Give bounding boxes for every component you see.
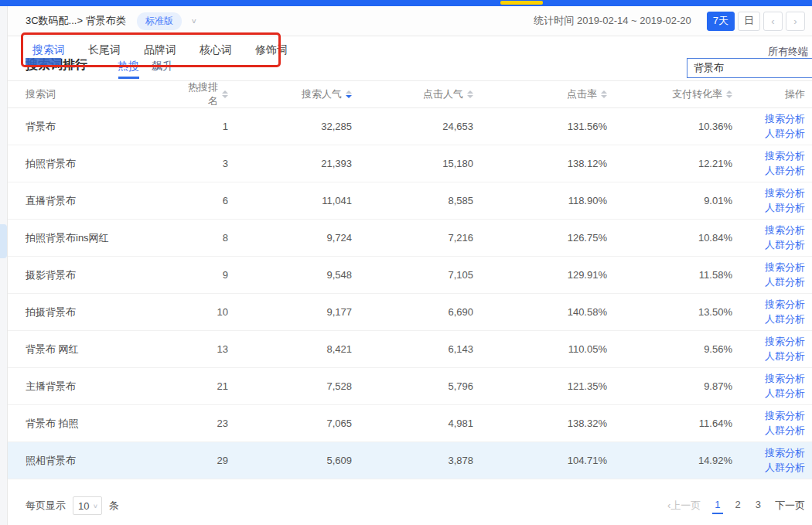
- sort-icon[interactable]: [601, 90, 607, 98]
- chevron-down-icon: ∨: [93, 503, 98, 510]
- audience-analysis-link[interactable]: 人群分析: [765, 202, 805, 214]
- cell-click-popularity: 6,690: [352, 306, 473, 318]
- column-header[interactable]: 搜索词: [26, 87, 180, 101]
- table-row[interactable]: 摄影背景布 9 9,548 7,105 129.91% 11.58% 搜索分析 …: [8, 257, 812, 294]
- cell-keyword: 直播背景布: [26, 194, 180, 208]
- table-row[interactable]: 背景布 1 32,285 24,653 131.56% 10.36% 搜索分析 …: [8, 108, 812, 145]
- cell-click-rate: 129.91%: [473, 269, 607, 281]
- search-analysis-link[interactable]: 搜索分析: [765, 373, 805, 385]
- audience-analysis-link[interactable]: 人群分析: [765, 424, 805, 437]
- pagination: ‹上一页 123 下一页: [667, 498, 805, 514]
- cell-click-popularity: 4,981: [352, 418, 473, 429]
- audience-analysis-link[interactable]: 人群分析: [765, 387, 805, 400]
- table-footer: 每页显示 10 ∨ 条 ‹上一页 123 下一页: [8, 494, 812, 517]
- breadcrumb[interactable]: 3C数码配...> 背景布类: [26, 14, 126, 28]
- table-row[interactable]: 拍照背景布 3 21,393 15,180 138.12% 12.21% 搜索分…: [8, 145, 812, 182]
- cell-click-popularity: 8,585: [352, 195, 473, 206]
- ranking-subtabs: 热搜飙升: [118, 60, 173, 73]
- cell-search-popularity: 9,548: [228, 269, 352, 281]
- cell-click-popularity: 7,216: [352, 232, 473, 244]
- page-size-control: 每页显示 10 ∨ 条: [26, 496, 119, 515]
- search-analysis-link[interactable]: 搜索分析: [765, 336, 805, 348]
- column-header[interactable]: 支付转化率: [607, 87, 732, 101]
- cell-click-rate: 110.05%: [473, 343, 607, 355]
- range-7d-button[interactable]: 7天: [707, 12, 735, 31]
- cell-keyword: 主播背景布: [26, 380, 180, 394]
- sort-icon[interactable]: [346, 90, 352, 98]
- table-row[interactable]: 背景布 网红 13 8,421 6,143 110.05% 9.56% 搜索分析…: [8, 331, 812, 368]
- column-label: 搜索词: [26, 87, 56, 101]
- stat-time-label: 统计时间 2019-02-14 ~ 2019-02-20: [534, 14, 691, 28]
- sidebar-expand-handle[interactable]: [0, 224, 7, 258]
- word-type-tab[interactable]: 核心词: [200, 43, 232, 57]
- sort-icon[interactable]: [222, 90, 228, 98]
- cell-pay-conversion: 9.87%: [607, 380, 732, 392]
- word-type-tab[interactable]: 品牌词: [144, 43, 176, 57]
- word-type-tab[interactable]: 长尾词: [88, 43, 121, 57]
- search-analysis-link[interactable]: 搜索分析: [765, 113, 805, 125]
- search-analysis-link[interactable]: 搜索分析: [765, 298, 805, 311]
- terminal-filter-label: 所有终端: [768, 45, 808, 59]
- cell-search-popularity: 7,065: [228, 418, 352, 429]
- page-number[interactable]: 2: [733, 498, 743, 514]
- next-period-button[interactable]: ›: [786, 12, 805, 31]
- prev-page-button[interactable]: ‹上一页: [667, 499, 701, 513]
- search-analysis-link[interactable]: 搜索分析: [765, 410, 805, 422]
- collapsed-sidebar: [0, 6, 8, 525]
- page-number[interactable]: 1: [712, 498, 722, 514]
- page-numbers: 123: [712, 498, 763, 514]
- audience-analysis-link[interactable]: 人群分析: [765, 276, 805, 288]
- cell-click-rate: 131.56%: [473, 121, 607, 132]
- column-header[interactable]: 热搜排名: [180, 80, 228, 108]
- sort-icon[interactable]: [467, 90, 473, 98]
- word-type-tab[interactable]: 修饰词: [255, 43, 288, 57]
- cell-pay-conversion: 12.21%: [607, 158, 732, 169]
- prev-period-button[interactable]: ‹: [763, 12, 783, 31]
- cell-pay-conversion: 11.64%: [607, 418, 732, 429]
- page-number[interactable]: 3: [753, 498, 763, 514]
- cell-keyword: 背景布 网红: [26, 343, 180, 356]
- text-selection-highlight: [26, 58, 61, 67]
- search-analysis-link[interactable]: 搜索分析: [765, 224, 805, 237]
- cell-pay-conversion: 10.84%: [607, 232, 732, 244]
- table-row[interactable]: 主播背景布 21 7,528 5,796 121.35% 9.87% 搜索分析 …: [8, 368, 812, 405]
- audience-analysis-link[interactable]: 人群分析: [765, 165, 805, 177]
- audience-analysis-link[interactable]: 人群分析: [765, 239, 805, 251]
- cell-actions: 搜索分析 人群分析: [732, 150, 805, 177]
- audience-analysis-link[interactable]: 人群分析: [765, 313, 805, 326]
- column-header[interactable]: 点击率: [473, 87, 607, 101]
- cell-rank: 13: [180, 343, 228, 355]
- audience-analysis-link[interactable]: 人群分析: [765, 462, 805, 474]
- page-size-unit: 条: [109, 499, 119, 513]
- cell-actions: 搜索分析 人群分析: [732, 447, 805, 474]
- search-analysis-link[interactable]: 搜索分析: [765, 447, 805, 459]
- search-analysis-link[interactable]: 搜索分析: [765, 261, 805, 274]
- page-header: 3C数码配...> 背景布类 标准版 ∨ 统计时间 2019-02-14 ~ 2…: [8, 6, 812, 36]
- terminal-filter[interactable]: 所有终端 ∨: [768, 45, 812, 59]
- table-row[interactable]: 直播背景布 6 11,041 8,585 118.90% 9.01% 搜索分析 …: [8, 182, 812, 220]
- column-header[interactable]: 搜索人气: [228, 87, 352, 101]
- page-size-select[interactable]: 10 ∨: [73, 496, 102, 515]
- next-page-button[interactable]: 下一页: [775, 499, 805, 513]
- audience-analysis-link[interactable]: 人群分析: [765, 350, 805, 363]
- keyword-search-input[interactable]: [694, 63, 812, 74]
- audience-analysis-link[interactable]: 人群分析: [765, 128, 805, 140]
- cell-pay-conversion: 9.56%: [607, 343, 732, 355]
- search-analysis-link[interactable]: 搜索分析: [765, 150, 805, 162]
- column-header[interactable]: 操作: [732, 87, 805, 101]
- table-row[interactable]: 拍摄背景布 10 9,177 6,690 140.58% 13.50% 搜索分析…: [8, 294, 812, 331]
- chevron-down-icon[interactable]: ∨: [191, 17, 197, 25]
- header-divider: [8, 36, 812, 36]
- search-analysis-link[interactable]: 搜索分析: [765, 187, 805, 199]
- sort-icon[interactable]: [726, 90, 732, 98]
- table-header: 搜索词 热搜排名 搜索人气 点击人气 点击率 支付转化率: [8, 81, 812, 108]
- range-day-button[interactable]: 日: [738, 12, 760, 31]
- ranking-subtab[interactable]: 热搜: [118, 60, 139, 73]
- ranking-subtab[interactable]: 飙升: [152, 60, 173, 73]
- table-row[interactable]: 背景布 拍照 23 7,065 4,981 138.32% 11.64% 搜索分…: [8, 405, 812, 442]
- table-row[interactable]: 拍照背景布ins网红 8 9,724 7,216 126.75% 10.84% …: [8, 220, 812, 257]
- column-header[interactable]: 点击人气: [352, 87, 473, 101]
- word-type-tab[interactable]: 搜索词: [32, 43, 65, 57]
- cell-keyword: 拍照背景布: [26, 157, 180, 171]
- table-row[interactable]: 照相背景布 29 5,609 3,878 104.71% 14.92% 搜索分析…: [8, 442, 812, 479]
